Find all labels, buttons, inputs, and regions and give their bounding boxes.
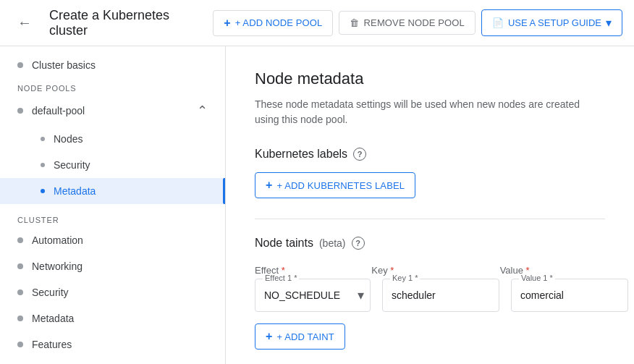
page-title: Create a Kubernetes cluster <box>49 8 201 38</box>
body-layout: Cluster basics NODE POOLS default-pool ⌃… <box>0 46 634 364</box>
cluster-section-label: CLUSTER <box>0 210 225 227</box>
value-input[interactable] <box>512 279 627 311</box>
sidebar-item-label: Security <box>54 159 90 171</box>
dot-small-icon <box>41 163 45 167</box>
sidebar-item-automation[interactable]: Automation <box>0 227 225 253</box>
effect-floating-label: Effect 1 * <box>263 274 299 282</box>
value-input-container: Value 1 * <box>511 279 628 312</box>
use-setup-guide-button[interactable]: 📄 USE A SETUP GUIDE ▾ <box>481 9 622 36</box>
back-icon: ← <box>17 14 32 31</box>
plus-icon: + <box>266 330 272 343</box>
dot-icon <box>17 237 23 243</box>
dot-icon <box>17 62 23 68</box>
sidebar-item-label: Cluster basics <box>32 59 96 71</box>
section-page-title: Node metadata <box>255 69 605 88</box>
trash-icon: 🗑 <box>350 17 359 28</box>
sidebar-item-security[interactable]: Security <box>0 279 225 305</box>
key-field-wrapper: Key 1 * <box>382 279 499 312</box>
sidebar-item-default-pool[interactable]: default-pool ⌃ <box>0 96 225 126</box>
sidebar-item-label: Nodes <box>54 133 83 145</box>
sidebar-item-label: Features <box>32 339 72 350</box>
app-header: ← Create a Kubernetes cluster + + ADD NO… <box>0 0 634 46</box>
node-taints-beta-label: (beta) <box>319 237 346 249</box>
dot-small-active-icon <box>41 189 45 193</box>
sidebar-item-label: Networking <box>32 261 83 272</box>
chevron-down-icon: ▾ <box>606 16 612 30</box>
sidebar-item-label: Automation <box>32 234 83 246</box>
sidebar-item-features[interactable]: Features <box>0 331 225 357</box>
value-field-wrapper: Value 1 * <box>511 279 628 312</box>
effect-select-container: Effect 1 * NO_SCHEDULE PREFER_NO_SCHEDUL… <box>255 279 371 312</box>
back-button[interactable]: ← <box>12 9 38 37</box>
main-content: Node metadata These node metadata settin… <box>226 46 634 364</box>
node-taints-header: Node taints (beta) ? <box>255 237 605 250</box>
plus-icon: + <box>224 17 230 30</box>
sidebar-item-cluster-metadata[interactable]: Metadata <box>0 305 225 331</box>
dot-icon <box>17 316 23 321</box>
plus-icon: + <box>266 179 272 192</box>
sidebar: Cluster basics NODE POOLS default-pool ⌃… <box>0 46 226 364</box>
sidebar-item-label: default-pool <box>32 105 85 117</box>
add-taint-button[interactable]: + + ADD TAINT <box>255 323 345 350</box>
key-input-container: Key 1 * <box>382 279 499 312</box>
node-taints-title: Node taints <box>255 237 313 250</box>
dot-icon <box>17 342 23 347</box>
node-taints-help-icon[interactable]: ? <box>352 237 365 250</box>
sidebar-item-networking[interactable]: Networking <box>0 253 225 279</box>
sidebar-item-label: Metadata <box>54 185 96 197</box>
header-actions: + + ADD NODE POOL 🗑 REMOVE NODE POOL 📄 U… <box>213 9 622 36</box>
node-pools-section-label: NODE POOLS <box>0 78 225 96</box>
dot-icon <box>17 108 23 114</box>
key-floating-label: Key 1 * <box>390 274 420 282</box>
kubernetes-labels-section: Kubernetes labels ? <box>255 148 605 161</box>
dot-icon <box>17 263 23 269</box>
key-input[interactable] <box>383 279 499 311</box>
sidebar-item-cluster-basics[interactable]: Cluster basics <box>0 52 225 78</box>
sidebar-item-security-sub[interactable]: Security <box>0 152 225 178</box>
effect-field-wrapper: Effect 1 * NO_SCHEDULE PREFER_NO_SCHEDUL… <box>255 279 371 312</box>
add-kubernetes-label-button[interactable]: + + ADD KUBERNETES LABEL <box>255 172 415 198</box>
effect-select[interactable]: NO_SCHEDULE PREFER_NO_SCHEDULE NO_EXECUT… <box>255 279 371 311</box>
sidebar-item-label: Security <box>32 287 69 298</box>
section-divider <box>255 219 605 219</box>
dot-small-icon <box>41 137 45 141</box>
sidebar-item-nodes[interactable]: Nodes <box>0 126 225 152</box>
doc-icon: 📄 <box>492 17 504 28</box>
chevron-up-icon: ⌃ <box>197 103 208 119</box>
taint-row-1: Effect 1 * NO_SCHEDULE PREFER_NO_SCHEDUL… <box>255 279 605 312</box>
sidebar-item-label: Metadata <box>32 313 74 324</box>
value-floating-label: Value 1 * <box>519 274 555 282</box>
page-description: These node metadata settings will be use… <box>255 97 605 127</box>
add-node-pool-button[interactable]: + + ADD NODE POOL <box>213 10 333 36</box>
kubernetes-labels-title: Kubernetes labels <box>255 148 347 161</box>
dot-icon <box>17 289 23 295</box>
kubernetes-labels-help-icon[interactable]: ? <box>353 148 366 161</box>
remove-node-pool-button[interactable]: 🗑 REMOVE NODE POOL <box>339 11 475 35</box>
sidebar-item-metadata-sub[interactable]: Metadata <box>0 178 225 204</box>
